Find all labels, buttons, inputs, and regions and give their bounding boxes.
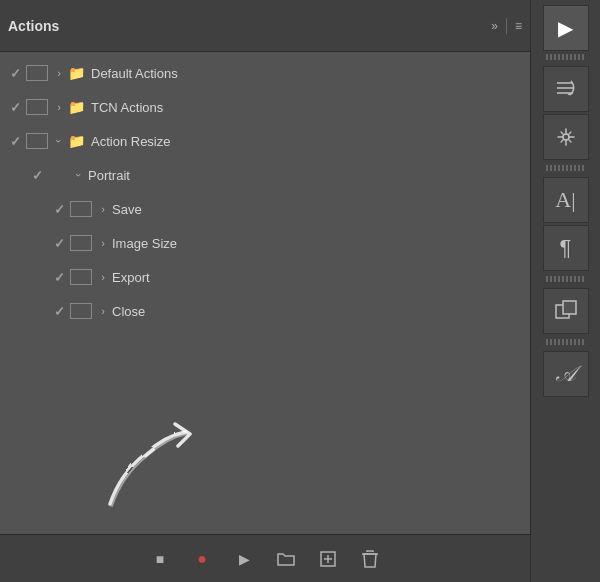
action-row[interactable]: ✓ › Portrait: [0, 158, 530, 192]
action-label: Portrait: [88, 168, 130, 183]
folder-icon: 📁: [68, 133, 85, 149]
action-row[interactable]: ✓ › Save: [0, 192, 530, 226]
checkbox[interactable]: [70, 201, 92, 217]
stop-button[interactable]: ■: [149, 548, 171, 570]
action-label: Image Size: [112, 236, 177, 251]
checkbox[interactable]: [70, 235, 92, 251]
actions-list: ✓ › 📁 Default Actions ✓ › 📁 TCN Actions …: [0, 52, 530, 404]
record-button[interactable]: ●: [191, 548, 213, 570]
paragraph-icon: ¶: [560, 235, 572, 261]
play-icon: ▶: [558, 16, 573, 40]
action-label: Export: [112, 270, 150, 285]
select-tool-button[interactable]: [543, 114, 589, 160]
select-icon: [553, 124, 579, 150]
action-label: Default Actions: [91, 66, 178, 81]
paragraph-tool-button[interactable]: ¶: [543, 225, 589, 271]
sidebar-divider-3: [546, 276, 586, 282]
checkbox[interactable]: [26, 65, 48, 81]
action-label: TCN Actions: [91, 100, 163, 115]
header-icons: » ≡: [491, 18, 522, 34]
checkbox[interactable]: [70, 303, 92, 319]
action-label: Save: [112, 202, 142, 217]
action-row[interactable]: ✓ › 📁 Action Resize: [0, 124, 530, 158]
checkmark: ✓: [48, 236, 70, 251]
type-tool-button[interactable]: A|: [543, 177, 589, 223]
font-icon: 𝒜: [556, 361, 575, 387]
delete-button[interactable]: [359, 548, 381, 570]
brush-icon: [553, 76, 579, 102]
checkmark: ✓: [4, 66, 26, 81]
arrow-annotation: [90, 414, 210, 528]
checkmark: ✓: [48, 304, 70, 319]
clone-tool-button[interactable]: [543, 288, 589, 334]
expand-icon[interactable]: ›: [73, 166, 85, 184]
expand-icon[interactable]: ›: [50, 101, 68, 113]
annotation-area: [0, 404, 530, 534]
expand-icon[interactable]: ›: [53, 132, 65, 150]
bottom-toolbar: ■ ● ▶: [0, 534, 530, 582]
checkbox[interactable]: [70, 269, 92, 285]
brush-tool-button[interactable]: [543, 66, 589, 112]
expand-icon[interactable]: ›: [94, 203, 112, 215]
folder-icon: 📁: [68, 65, 85, 81]
sidebar-divider-2: [546, 165, 586, 171]
panel-menu-icon[interactable]: ≡: [515, 19, 522, 33]
new-action-button[interactable]: [317, 548, 339, 570]
expand-panel-icon[interactable]: »: [491, 19, 498, 33]
action-label: Close: [112, 304, 145, 319]
panel-header: Actions » ≡: [0, 0, 530, 52]
new-folder-button[interactable]: [275, 548, 297, 570]
action-row[interactable]: ✓ › Close: [0, 294, 530, 328]
sidebar-divider-4: [546, 339, 586, 345]
checkmark: ✓: [48, 270, 70, 285]
svg-point-7: [563, 134, 569, 140]
action-row[interactable]: ✓ › 📁 TCN Actions: [0, 90, 530, 124]
actions-panel: Actions » ≡ ✓ › 📁 Default Actions ✓ › 📁 …: [0, 0, 530, 582]
checkmark: ✓: [4, 134, 26, 149]
play-action-button[interactable]: ▶: [543, 5, 589, 51]
checkmark: ✓: [48, 202, 70, 217]
play-button[interactable]: ▶: [233, 548, 255, 570]
checkmark: ✓: [26, 168, 48, 183]
header-divider: [506, 18, 507, 34]
checkmark: ✓: [4, 100, 26, 115]
expand-icon[interactable]: ›: [94, 305, 112, 317]
sidebar-divider-1: [546, 54, 586, 60]
right-sidebar: ▶ A| ¶: [530, 0, 600, 582]
checkbox[interactable]: [26, 133, 48, 149]
panel-title: Actions: [8, 18, 491, 34]
clone-icon: [553, 298, 579, 324]
expand-icon[interactable]: ›: [94, 271, 112, 283]
action-row[interactable]: ✓ › Image Size: [0, 226, 530, 260]
expand-icon[interactable]: ›: [94, 237, 112, 249]
font-tool-button[interactable]: 𝒜: [543, 351, 589, 397]
svg-rect-9: [563, 301, 576, 314]
type-icon: A|: [555, 187, 575, 213]
expand-icon[interactable]: ›: [50, 67, 68, 79]
checkbox[interactable]: [26, 99, 48, 115]
action-row[interactable]: ✓ › 📁 Default Actions: [0, 56, 530, 90]
action-label: Action Resize: [91, 134, 170, 149]
action-row[interactable]: ✓ › Export: [0, 260, 530, 294]
folder-icon: 📁: [68, 99, 85, 115]
